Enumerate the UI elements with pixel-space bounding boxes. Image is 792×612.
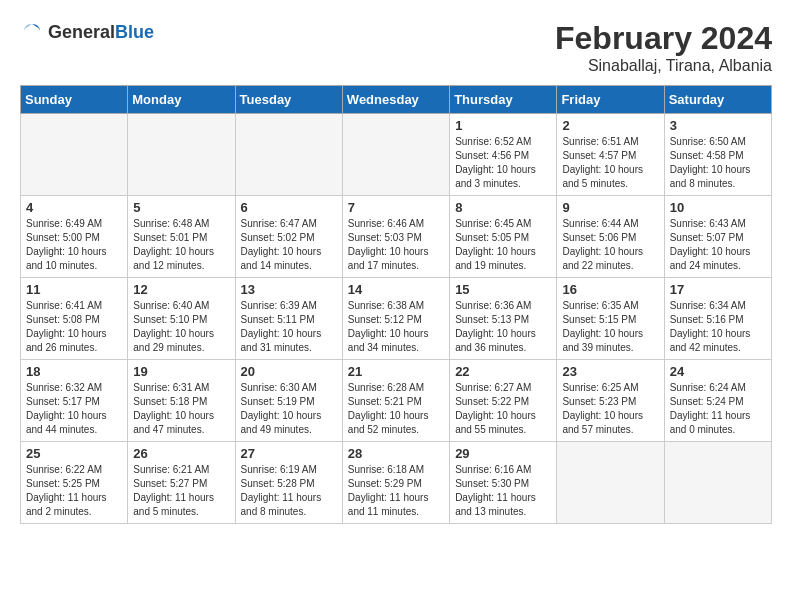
day-info: Sunrise: 6:47 AM Sunset: 5:02 PM Dayligh… (241, 217, 337, 273)
weekday-header-friday: Friday (557, 86, 664, 114)
weekday-header-wednesday: Wednesday (342, 86, 449, 114)
location-subtitle: Sinaballaj, Tirana, Albania (555, 57, 772, 75)
calendar-cell: 8Sunrise: 6:45 AM Sunset: 5:05 PM Daylig… (450, 196, 557, 278)
weekday-header-tuesday: Tuesday (235, 86, 342, 114)
day-number: 29 (455, 446, 551, 461)
day-number: 12 (133, 282, 229, 297)
calendar-cell: 10Sunrise: 6:43 AM Sunset: 5:07 PM Dayli… (664, 196, 771, 278)
day-number: 2 (562, 118, 658, 133)
calendar-header: SundayMondayTuesdayWednesdayThursdayFrid… (21, 86, 772, 114)
weekday-header-sunday: Sunday (21, 86, 128, 114)
logo-icon (20, 20, 44, 44)
day-info: Sunrise: 6:24 AM Sunset: 5:24 PM Dayligh… (670, 381, 766, 437)
calendar-cell: 20Sunrise: 6:30 AM Sunset: 5:19 PM Dayli… (235, 360, 342, 442)
calendar-cell: 16Sunrise: 6:35 AM Sunset: 5:15 PM Dayli… (557, 278, 664, 360)
day-info: Sunrise: 6:52 AM Sunset: 4:56 PM Dayligh… (455, 135, 551, 191)
calendar-table: SundayMondayTuesdayWednesdayThursdayFrid… (20, 85, 772, 524)
day-number: 17 (670, 282, 766, 297)
calendar-cell: 18Sunrise: 6:32 AM Sunset: 5:17 PM Dayli… (21, 360, 128, 442)
day-info: Sunrise: 6:30 AM Sunset: 5:19 PM Dayligh… (241, 381, 337, 437)
page-header: GeneralBlue February 2024 Sinaballaj, Ti… (20, 20, 772, 75)
day-number: 24 (670, 364, 766, 379)
calendar-week-row: 11Sunrise: 6:41 AM Sunset: 5:08 PM Dayli… (21, 278, 772, 360)
day-number: 9 (562, 200, 658, 215)
month-year-title: February 2024 (555, 20, 772, 57)
day-info: Sunrise: 6:39 AM Sunset: 5:11 PM Dayligh… (241, 299, 337, 355)
calendar-cell: 4Sunrise: 6:49 AM Sunset: 5:00 PM Daylig… (21, 196, 128, 278)
logo-general: General (48, 22, 115, 42)
calendar-cell (128, 114, 235, 196)
day-number: 23 (562, 364, 658, 379)
calendar-cell: 17Sunrise: 6:34 AM Sunset: 5:16 PM Dayli… (664, 278, 771, 360)
calendar-cell: 24Sunrise: 6:24 AM Sunset: 5:24 PM Dayli… (664, 360, 771, 442)
day-info: Sunrise: 6:21 AM Sunset: 5:27 PM Dayligh… (133, 463, 229, 519)
day-info: Sunrise: 6:50 AM Sunset: 4:58 PM Dayligh… (670, 135, 766, 191)
calendar-week-row: 4Sunrise: 6:49 AM Sunset: 5:00 PM Daylig… (21, 196, 772, 278)
day-info: Sunrise: 6:25 AM Sunset: 5:23 PM Dayligh… (562, 381, 658, 437)
day-info: Sunrise: 6:16 AM Sunset: 5:30 PM Dayligh… (455, 463, 551, 519)
day-number: 18 (26, 364, 122, 379)
day-number: 21 (348, 364, 444, 379)
day-info: Sunrise: 6:32 AM Sunset: 5:17 PM Dayligh… (26, 381, 122, 437)
calendar-cell: 5Sunrise: 6:48 AM Sunset: 5:01 PM Daylig… (128, 196, 235, 278)
logo-blue: Blue (115, 22, 154, 42)
calendar-cell: 23Sunrise: 6:25 AM Sunset: 5:23 PM Dayli… (557, 360, 664, 442)
day-info: Sunrise: 6:18 AM Sunset: 5:29 PM Dayligh… (348, 463, 444, 519)
day-number: 22 (455, 364, 551, 379)
day-info: Sunrise: 6:45 AM Sunset: 5:05 PM Dayligh… (455, 217, 551, 273)
calendar-cell: 21Sunrise: 6:28 AM Sunset: 5:21 PM Dayli… (342, 360, 449, 442)
day-number: 14 (348, 282, 444, 297)
day-info: Sunrise: 6:34 AM Sunset: 5:16 PM Dayligh… (670, 299, 766, 355)
calendar-cell (557, 442, 664, 524)
day-info: Sunrise: 6:49 AM Sunset: 5:00 PM Dayligh… (26, 217, 122, 273)
day-number: 10 (670, 200, 766, 215)
logo: GeneralBlue (20, 20, 154, 44)
day-info: Sunrise: 6:48 AM Sunset: 5:01 PM Dayligh… (133, 217, 229, 273)
calendar-cell (342, 114, 449, 196)
day-number: 15 (455, 282, 551, 297)
calendar-week-row: 25Sunrise: 6:22 AM Sunset: 5:25 PM Dayli… (21, 442, 772, 524)
calendar-cell: 14Sunrise: 6:38 AM Sunset: 5:12 PM Dayli… (342, 278, 449, 360)
day-number: 7 (348, 200, 444, 215)
day-number: 13 (241, 282, 337, 297)
calendar-cell: 13Sunrise: 6:39 AM Sunset: 5:11 PM Dayli… (235, 278, 342, 360)
calendar-cell: 7Sunrise: 6:46 AM Sunset: 5:03 PM Daylig… (342, 196, 449, 278)
calendar-cell: 26Sunrise: 6:21 AM Sunset: 5:27 PM Dayli… (128, 442, 235, 524)
calendar-cell: 15Sunrise: 6:36 AM Sunset: 5:13 PM Dayli… (450, 278, 557, 360)
calendar-cell (21, 114, 128, 196)
day-number: 8 (455, 200, 551, 215)
day-number: 4 (26, 200, 122, 215)
day-number: 11 (26, 282, 122, 297)
day-number: 20 (241, 364, 337, 379)
logo-text: GeneralBlue (48, 22, 154, 43)
day-info: Sunrise: 6:46 AM Sunset: 5:03 PM Dayligh… (348, 217, 444, 273)
day-info: Sunrise: 6:44 AM Sunset: 5:06 PM Dayligh… (562, 217, 658, 273)
calendar-cell: 28Sunrise: 6:18 AM Sunset: 5:29 PM Dayli… (342, 442, 449, 524)
day-info: Sunrise: 6:31 AM Sunset: 5:18 PM Dayligh… (133, 381, 229, 437)
calendar-cell: 1Sunrise: 6:52 AM Sunset: 4:56 PM Daylig… (450, 114, 557, 196)
calendar-cell (664, 442, 771, 524)
weekday-header-saturday: Saturday (664, 86, 771, 114)
calendar-cell: 3Sunrise: 6:50 AM Sunset: 4:58 PM Daylig… (664, 114, 771, 196)
calendar-cell: 22Sunrise: 6:27 AM Sunset: 5:22 PM Dayli… (450, 360, 557, 442)
day-info: Sunrise: 6:40 AM Sunset: 5:10 PM Dayligh… (133, 299, 229, 355)
calendar-cell: 27Sunrise: 6:19 AM Sunset: 5:28 PM Dayli… (235, 442, 342, 524)
calendar-cell: 12Sunrise: 6:40 AM Sunset: 5:10 PM Dayli… (128, 278, 235, 360)
day-info: Sunrise: 6:22 AM Sunset: 5:25 PM Dayligh… (26, 463, 122, 519)
day-info: Sunrise: 6:41 AM Sunset: 5:08 PM Dayligh… (26, 299, 122, 355)
day-info: Sunrise: 6:38 AM Sunset: 5:12 PM Dayligh… (348, 299, 444, 355)
calendar-week-row: 1Sunrise: 6:52 AM Sunset: 4:56 PM Daylig… (21, 114, 772, 196)
day-info: Sunrise: 6:36 AM Sunset: 5:13 PM Dayligh… (455, 299, 551, 355)
calendar-cell (235, 114, 342, 196)
weekday-row: SundayMondayTuesdayWednesdayThursdayFrid… (21, 86, 772, 114)
calendar-cell: 6Sunrise: 6:47 AM Sunset: 5:02 PM Daylig… (235, 196, 342, 278)
title-block: February 2024 Sinaballaj, Tirana, Albani… (555, 20, 772, 75)
weekday-header-thursday: Thursday (450, 86, 557, 114)
calendar-week-row: 18Sunrise: 6:32 AM Sunset: 5:17 PM Dayli… (21, 360, 772, 442)
day-info: Sunrise: 6:19 AM Sunset: 5:28 PM Dayligh… (241, 463, 337, 519)
day-number: 16 (562, 282, 658, 297)
day-info: Sunrise: 6:35 AM Sunset: 5:15 PM Dayligh… (562, 299, 658, 355)
day-number: 1 (455, 118, 551, 133)
day-number: 5 (133, 200, 229, 215)
day-number: 3 (670, 118, 766, 133)
